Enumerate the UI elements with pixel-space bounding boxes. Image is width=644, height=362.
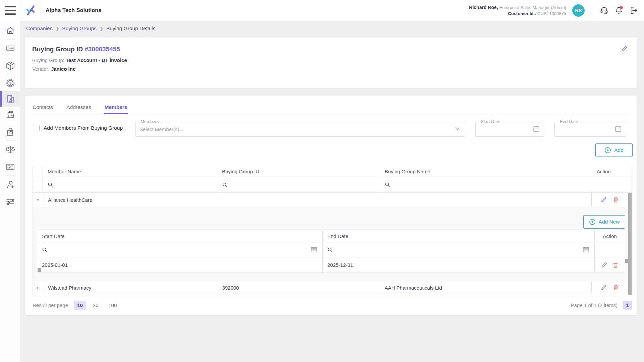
buying-group-label: Buying Group: xyxy=(32,57,64,63)
add-button[interactable]: Add xyxy=(595,143,633,157)
sidebar-item-settings[interactable] xyxy=(0,194,21,209)
svg-text:$: $ xyxy=(9,81,11,85)
user-info: Richard Roe, Enterprise Sales Manager (A… xyxy=(469,4,566,16)
members-select-label: Members xyxy=(139,119,160,124)
buying-group-summary-card: Buying Group ID #300035455 Buying Group:… xyxy=(25,38,637,88)
header-member-name: Member Name xyxy=(43,166,217,177)
search-icon xyxy=(48,182,53,187)
edit-row-icon[interactable] xyxy=(601,262,607,268)
customer-id-label: Customer Id.: xyxy=(508,11,536,16)
user-plus-icon xyxy=(5,179,15,189)
sidebar-item-purchases[interactable] xyxy=(0,124,21,140)
member-dates-table: Start Date End Date Action xyxy=(37,230,625,273)
menu-hamburger-icon[interactable] xyxy=(5,6,16,15)
edit-row-icon[interactable] xyxy=(600,284,607,291)
breadcrumb-companies[interactable]: Companies xyxy=(26,25,52,32)
horizontal-scrollbar-thumb[interactable] xyxy=(38,268,41,272)
logout-icon[interactable] xyxy=(629,6,638,15)
sidebar-item-home[interactable] xyxy=(0,23,21,39)
filter-start-date-input[interactable] xyxy=(37,242,323,257)
package-icon xyxy=(5,61,15,71)
table-vertical-scrollbar[interactable] xyxy=(628,193,632,295)
tab-members[interactable]: Members xyxy=(104,102,128,114)
breadcrumb-separator-icon: ❯ xyxy=(55,26,59,31)
sidebar-item-orders[interactable] xyxy=(0,107,21,122)
breadcrumb-separator-icon: ❯ xyxy=(100,26,103,31)
sidebar-item-add-user[interactable] xyxy=(0,176,21,192)
topbar-right: Richard Roe, Enterprise Sales Manager (A… xyxy=(469,4,644,17)
members-table-filter-row xyxy=(33,177,632,193)
chevron-down-icon xyxy=(453,125,461,133)
start-date-label: Start Date xyxy=(479,119,502,124)
end-date-input[interactable]: End Date xyxy=(554,122,626,137)
delete-row-icon[interactable] xyxy=(612,262,619,268)
delete-row-icon[interactable] xyxy=(612,284,619,291)
svg-text:CRM: CRM xyxy=(9,47,14,49)
topbar-divider xyxy=(592,4,592,17)
breadcrumb-buying-groups[interactable]: Buying Groups xyxy=(62,25,97,32)
page-size-100[interactable]: 100 xyxy=(105,301,120,310)
search-icon xyxy=(327,247,333,252)
members-select[interactable]: Members Select Member(s)... xyxy=(135,122,465,137)
add-members-checkbox-label: Add Members From Buying Group xyxy=(44,125,123,131)
cell-start-date: 2025-01-01 xyxy=(37,257,323,273)
sidebar-item-companies[interactable] xyxy=(0,91,21,107)
support-headset-icon[interactable] xyxy=(600,6,608,15)
sidebar-item-crm[interactable]: CRM xyxy=(0,40,21,56)
buying-group-details-card: Contacts Addresses Members Add Members F… xyxy=(25,96,637,315)
calendar-icon[interactable] xyxy=(533,125,540,133)
sidebar: CRM $ xyxy=(0,21,21,362)
page-size-25[interactable]: 25 xyxy=(90,301,102,310)
dates-table-header: Start Date End Date Action xyxy=(37,230,625,242)
end-date-label: End Date xyxy=(558,119,580,124)
tab-addresses[interactable]: Addresses xyxy=(66,102,92,114)
cash-register-icon xyxy=(5,110,15,120)
header-buying-group-id: Buying Group ID xyxy=(217,166,380,177)
calendar-icon[interactable] xyxy=(310,246,318,254)
page-size-10[interactable]: 10 xyxy=(74,301,86,310)
edit-row-icon[interactable] xyxy=(600,196,607,203)
breadcrumb-current: Buying Group Details xyxy=(106,25,155,32)
page-number-button[interactable]: 1 xyxy=(623,301,632,310)
notifications-bell-icon[interactable] xyxy=(614,6,623,15)
dollar-coin-icon: $ xyxy=(5,78,15,88)
filter-buying-group-name-input[interactable] xyxy=(380,177,592,192)
start-date-input[interactable]: Start Date xyxy=(475,122,544,137)
avatar[interactable]: RR xyxy=(572,4,585,17)
delete-row-icon[interactable] xyxy=(612,196,619,203)
add-members-checkbox[interactable] xyxy=(33,125,40,131)
add-new-button[interactable]: Add New xyxy=(583,215,625,229)
calendar-icon[interactable] xyxy=(614,125,622,133)
vendor-value: Janico Inc xyxy=(51,66,75,72)
filter-end-date-input[interactable] xyxy=(323,242,595,257)
sidebar-item-pricing[interactable]: $ xyxy=(0,75,21,91)
user-role: Enterprise Sales Manager (Admin) xyxy=(499,5,566,10)
dates-table-row[interactable]: 2025-01-01 2025-12-31 xyxy=(37,257,625,273)
table-row-wilstead[interactable]: ▸ Wilstead Pharmacy 392000 AAH Pharmaceu… xyxy=(33,281,628,294)
top-bar: Alpha Tech Solutions Richard Roe, Enterp… xyxy=(0,0,644,21)
search-icon xyxy=(222,182,227,187)
filter-buying-group-id-input[interactable] xyxy=(217,177,380,192)
header-buying-group-name: Buying Group Name xyxy=(380,166,592,177)
table-row-alliance[interactable]: ▾ Alliance HealthCare xyxy=(33,193,628,207)
tab-contacts[interactable]: Contacts xyxy=(32,102,54,114)
app-logo[interactable] xyxy=(20,0,41,21)
expanded-member-panel: Add New Start Date End Date Action xyxy=(33,207,628,281)
sidebar-item-debit-credit[interactable]: D C xyxy=(0,141,21,157)
cell-member-name: Alliance HealthCare xyxy=(43,193,217,207)
logo-x-icon xyxy=(24,4,37,16)
sidebar-item-reports[interactable] xyxy=(0,159,21,175)
breadcrumb: Companies ❯ Buying Groups ❯ Buying Group… xyxy=(21,21,644,36)
sidebar-item-products[interactable] xyxy=(0,58,21,73)
members-select-placeholder: Select Member(s)... xyxy=(140,126,183,132)
app-title: Alpha Tech Solutions xyxy=(46,7,101,13)
header-action: Action xyxy=(595,230,625,242)
search-icon xyxy=(42,247,47,252)
edit-buying-group-icon[interactable] xyxy=(621,45,628,52)
expand-row-icon[interactable]: ▸ xyxy=(33,281,43,294)
collapse-row-icon[interactable]: ▾ xyxy=(33,193,43,207)
bag-lock-icon xyxy=(5,127,15,137)
filter-member-name-input[interactable] xyxy=(43,177,217,192)
buying-group-id-link[interactable]: #300035455 xyxy=(85,46,120,53)
calendar-icon[interactable] xyxy=(582,246,590,254)
